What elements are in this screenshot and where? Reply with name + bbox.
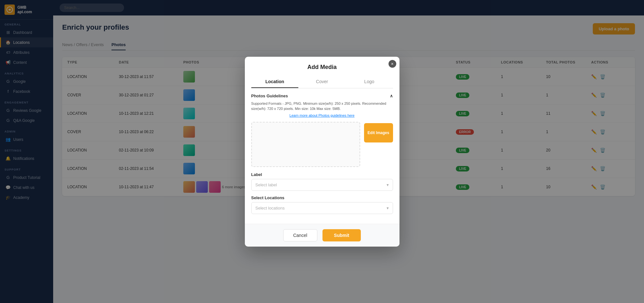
locations-placeholder: Select locations [255, 206, 285, 210]
modal-tab-location[interactable]: Location [251, 76, 299, 88]
label-select[interactable]: Select label ▾ [251, 179, 393, 191]
guidelines-text: Supported Formats - JPG, PNG. Minimum si… [251, 101, 393, 112]
guidelines-title: Photos Guidelines [251, 93, 288, 98]
edit-images-button[interactable]: Edit Images [364, 123, 393, 142]
modal-close-button[interactable]: × [389, 60, 396, 68]
chevron-down-icon: ▾ [387, 182, 389, 187]
upload-dropzone[interactable] [251, 122, 360, 167]
cancel-button[interactable]: Cancel [283, 229, 317, 241]
edit-btn-area: Edit Images [364, 122, 393, 167]
modal-title: Add Media [245, 57, 399, 71]
label-field-label: Label [251, 172, 393, 177]
label-group: Label Select label ▾ [251, 172, 393, 191]
modal-tab-cover[interactable]: Cover [298, 76, 346, 88]
modal-body: Photos Guidelines ∧ Supported Formats - … [245, 88, 399, 224]
guidelines-header[interactable]: Photos Guidelines ∧ [251, 93, 393, 98]
modal-tabs: Location Cover Logo [251, 76, 393, 88]
locations-group: Select Locations Select locations ▾ [251, 195, 393, 214]
label-placeholder: Select label [255, 182, 277, 187]
chevron-down-icon: ▾ [387, 206, 389, 210]
modal-overlay[interactable]: × Add Media Location Cover Logo Photos G… [0, 0, 644, 303]
upload-area: Edit Images [251, 122, 393, 167]
submit-button[interactable]: Submit [322, 229, 361, 241]
add-media-modal: × Add Media Location Cover Logo Photos G… [245, 57, 399, 247]
locations-select[interactable]: Select locations ▾ [251, 202, 393, 214]
modal-footer: Cancel Submit [245, 224, 399, 247]
guidelines-link[interactable]: Learn more about Photos guidelines here [251, 113, 393, 117]
chevron-up-icon: ∧ [390, 93, 393, 98]
locations-field-label: Select Locations [251, 195, 393, 200]
modal-tab-logo[interactable]: Logo [346, 76, 393, 88]
